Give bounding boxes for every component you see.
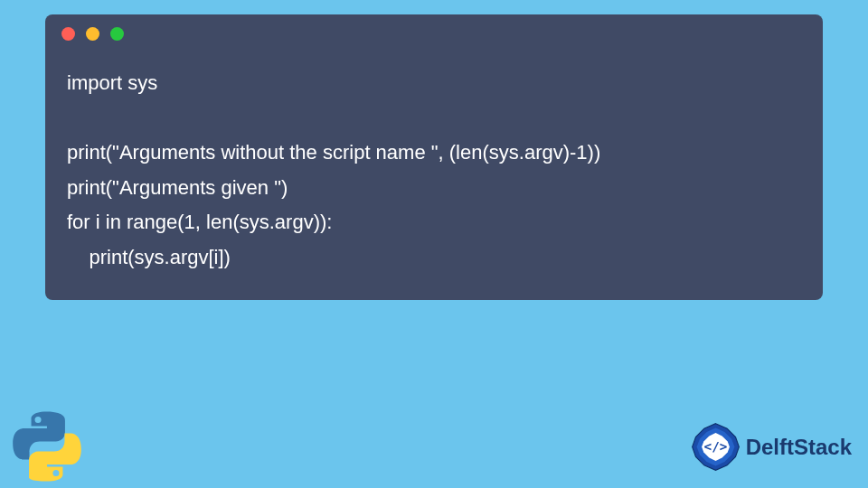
svg-text:</>: </>	[703, 439, 727, 454]
code-block: import sys print("Arguments without the …	[45, 50, 823, 282]
code-line: print(sys.argv[i])	[67, 246, 231, 268]
code-line: print("Arguments given ")	[67, 176, 288, 199]
code-window: import sys print("Arguments without the …	[45, 14, 823, 300]
minimize-dot-icon	[86, 27, 99, 41]
code-line: for i in range(1, len(sys.argv)):	[67, 211, 332, 233]
delftstack-badge: </> DelftStack	[691, 422, 852, 472]
delftstack-brand-name: DelftStack	[746, 435, 852, 460]
delftstack-logo-icon: </>	[691, 422, 741, 472]
maximize-dot-icon	[110, 27, 124, 41]
code-line: print("Arguments without the script name…	[67, 141, 600, 164]
close-dot-icon	[61, 27, 75, 41]
window-controls	[45, 14, 823, 50]
code-line: import sys	[67, 71, 157, 94]
python-logo-icon	[11, 410, 83, 483]
